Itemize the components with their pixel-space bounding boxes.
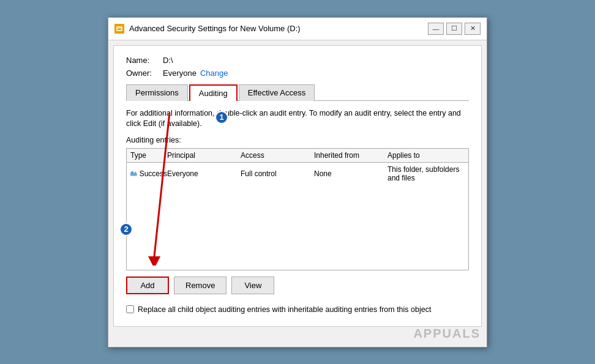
close-button[interactable]: ✕: [465, 23, 481, 35]
tab-effective-access[interactable]: Effective Access: [239, 84, 315, 101]
title-bar: Advanced Security Settings for New Volum…: [108, 18, 487, 40]
owner-label: Owner:: [126, 69, 163, 78]
owner-value: Everyone: [163, 69, 196, 78]
tabs-container: Permissions Auditing Effective Access: [126, 84, 469, 101]
user-icon: [130, 169, 137, 179]
auditing-entries-label: Auditing entries:: [126, 136, 469, 144]
table-header: Type Principal Access Inherited from App…: [127, 149, 468, 163]
main-window: Advanced Security Settings for New Volum…: [108, 17, 487, 347]
window-title: Advanced Security Settings for New Volum…: [129, 24, 301, 33]
checkbox-row: Replace all child object auditing entrie…: [126, 300, 469, 316]
col-principal: Principal: [167, 151, 241, 160]
title-bar-left: Advanced Security Settings for New Volum…: [114, 24, 301, 34]
name-value: D:\: [163, 56, 173, 65]
row-principal: Everyone: [167, 169, 241, 178]
svg-point-4: [131, 171, 133, 173]
col-inherited: Inherited from: [314, 151, 387, 160]
svg-point-6: [135, 171, 137, 173]
table-row[interactable]: Success Everyone Full control None This …: [127, 163, 468, 185]
name-row: Name: D:\: [126, 56, 469, 65]
row-inherited: None: [314, 169, 387, 178]
title-bar-controls: — ☐ ✕: [428, 23, 481, 35]
content-area: Name: D:\ Owner: Everyone Change Permiss…: [113, 45, 482, 327]
col-applies: Applies to: [387, 151, 465, 160]
col-access: Access: [241, 151, 314, 160]
minimize-button[interactable]: —: [428, 23, 444, 35]
tab-permissions[interactable]: Permissions: [126, 84, 188, 101]
row-applies: This folder, subfolders and files: [387, 165, 465, 182]
tab-content: For additional information, double-click…: [126, 101, 469, 316]
change-owner-link[interactable]: Change: [200, 69, 228, 78]
restore-button[interactable]: ☐: [446, 23, 462, 35]
row-type: Success: [130, 169, 167, 179]
window-icon: [114, 24, 124, 34]
row-access: Full control: [241, 169, 314, 178]
info-text: For additional information, double-click…: [126, 108, 469, 130]
name-label: Name:: [126, 56, 163, 65]
col-type: Type: [130, 151, 167, 160]
tab-auditing[interactable]: Auditing: [189, 84, 238, 101]
owner-row: Owner: Everyone Change: [126, 69, 469, 78]
add-button[interactable]: Add: [126, 277, 169, 294]
watermark: APPUALS: [413, 327, 481, 341]
remove-button[interactable]: Remove: [174, 277, 226, 294]
audit-table: Type Principal Access Inherited from App…: [126, 148, 469, 270]
view-button[interactable]: View: [231, 277, 274, 294]
replace-checkbox[interactable]: [126, 305, 134, 313]
buttons-row: Add Remove View: [126, 277, 469, 294]
checkbox-label: Replace all child object auditing entrie…: [138, 305, 431, 314]
